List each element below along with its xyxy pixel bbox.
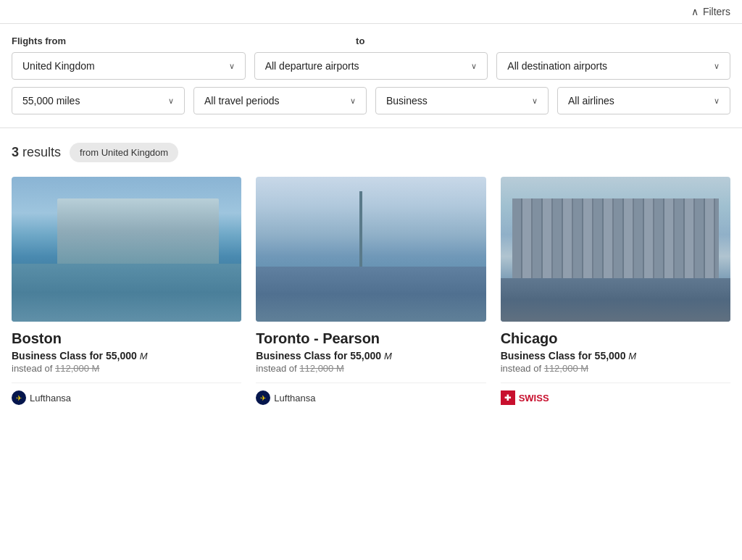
dropdowns-row-1: United Kingdom ∨ All departure airports … (12, 52, 730, 80)
airlines-value: All airlines (568, 95, 614, 106)
chevron-down-icon: ∨ (229, 62, 235, 71)
departure-airport-dropdown[interactable]: All departure airports ∨ (254, 52, 488, 80)
origin-country-dropdown[interactable]: United Kingdom ∨ (12, 52, 246, 80)
from-label: Flights from (12, 35, 66, 46)
travel-period-dropdown[interactable]: All travel periods ∨ (193, 87, 367, 114)
airlines-dropdown[interactable]: All airlines ∨ (557, 87, 730, 114)
miles-dropdown[interactable]: 55,000 miles ∨ (12, 87, 185, 114)
airline-logo-boston: ✈ Lufthansa (12, 390, 71, 405)
card-boston[interactable]: Boston Business Class for 55,000 M inste… (12, 177, 241, 405)
original-price-chicago: 112,000 M (544, 363, 588, 374)
dropdowns-row-2: 55,000 miles ∨ All travel periods ∨ Busi… (12, 87, 730, 114)
cabin-label-boston: Business Class for (12, 350, 106, 362)
filters-toggle[interactable]: ∧ Filters (691, 6, 730, 17)
cabin-dropdown[interactable]: Business ∨ (375, 87, 549, 114)
chevron-down-icon: ∨ (532, 96, 538, 106)
chevron-down-icon: ∨ (471, 62, 477, 71)
cabin-label-chicago: Business Class for (501, 350, 595, 362)
card-price-chicago: Business Class for 55,000 M (501, 350, 730, 362)
results-header: 3 results from United Kingdom (12, 143, 730, 162)
card-image-chicago (501, 177, 730, 322)
destination-airport-dropdown[interactable]: All destination airports ∨ (496, 52, 730, 80)
original-price-boston: 112,000 M (55, 363, 99, 374)
chicago-skyline-image (501, 177, 730, 322)
cards-grid: Boston Business Class for 55,000 M inste… (12, 177, 730, 405)
chevron-down-icon: ∨ (714, 62, 720, 71)
destination-airport-value: All destination airports (507, 60, 607, 72)
chevron-down-icon: ∨ (168, 96, 174, 106)
card-instead-toronto: instead of 112,000 M (256, 363, 485, 374)
airline-row-toronto: ✈ Lufthansa (256, 383, 485, 405)
chevron-down-icon: ∨ (714, 96, 720, 106)
filter-tag[interactable]: from United Kingdom (70, 143, 178, 162)
cabin-label-toronto: Business Class for (256, 350, 350, 362)
card-chicago[interactable]: Chicago Business Class for 55,000 M inst… (501, 177, 730, 405)
travel-period-value: All travel periods (204, 95, 280, 106)
airline-logo-toronto: ✈ Lufthansa (256, 390, 315, 405)
chevron-down-icon: ∨ (350, 96, 356, 106)
card-toronto[interactable]: Toronto - Pearson Business Class for 55,… (256, 177, 485, 405)
results-count: 3 results (12, 145, 61, 160)
filters-label: Filters (703, 6, 730, 17)
swiss-icon: ✚ (501, 390, 515, 405)
results-number: 3 (12, 145, 19, 159)
card-price-toronto: Business Class for 55,000 M (256, 350, 485, 362)
lufthansa-icon: ✈ (12, 390, 26, 405)
chevron-up-icon: ∧ (691, 6, 699, 17)
miles-unit-boston: M (140, 351, 148, 362)
results-label: results (22, 145, 61, 159)
miles-boston: 55,000 (106, 350, 137, 362)
lufthansa-icon-toronto: ✈ (256, 390, 270, 405)
boston-skyline-image (12, 177, 241, 322)
card-title-boston: Boston (12, 330, 241, 347)
airline-name-boston: Lufthansa (30, 393, 71, 404)
filters-labels-row: Flights from to (12, 35, 730, 46)
airline-name-chicago: SWISS (519, 393, 549, 404)
card-instead-chicago: instead of 112,000 M (501, 363, 730, 374)
miles-unit-chicago: M (628, 351, 636, 362)
airline-row-chicago: ✚ SWISS (501, 383, 730, 405)
miles-toronto: 55,000 (350, 350, 381, 362)
miles-unit-toronto: M (384, 351, 392, 362)
card-instead-boston: instead of 112,000 M (12, 363, 241, 374)
toronto-skyline-image (256, 177, 485, 322)
cabin-value: Business (386, 95, 428, 106)
origin-country-value: United Kingdom (22, 60, 95, 72)
to-label: to (356, 35, 364, 46)
card-price-boston: Business Class for 55,000 M (12, 350, 241, 362)
results-section: 3 results from United Kingdom Boston Bus… (0, 128, 742, 414)
filters-section: Flights from to United Kingdom ∨ All dep… (0, 24, 742, 128)
miles-chicago: 55,000 (595, 350, 626, 362)
miles-value: 55,000 miles (22, 95, 80, 106)
airline-name-toronto: Lufthansa (274, 393, 315, 404)
card-image-boston (12, 177, 241, 322)
card-title-toronto: Toronto - Pearson (256, 330, 485, 347)
card-title-chicago: Chicago (501, 330, 730, 347)
airline-row-boston: ✈ Lufthansa (12, 383, 241, 405)
top-bar: ∧ Filters (0, 0, 742, 24)
airline-logo-chicago: ✚ SWISS (501, 390, 549, 405)
departure-airport-value: All departure airports (265, 60, 359, 72)
card-image-toronto (256, 177, 485, 322)
original-price-toronto: 112,000 M (299, 363, 343, 374)
